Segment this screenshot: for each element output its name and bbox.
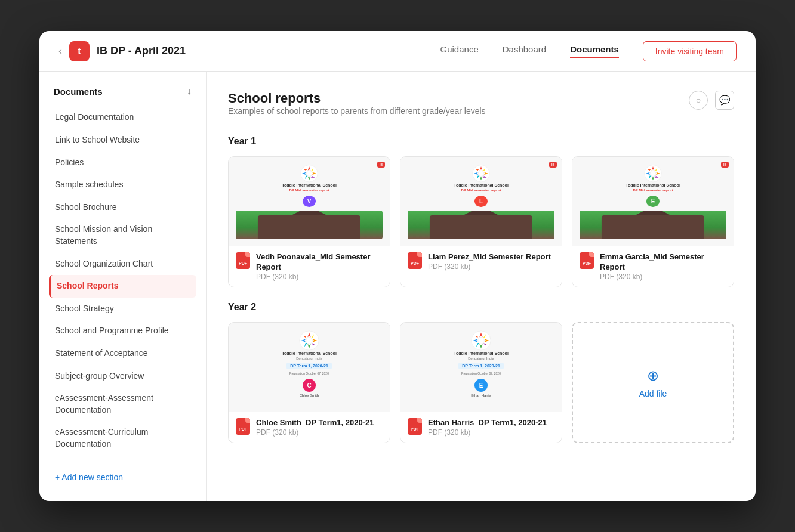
sidebar-item-policies[interactable]: Policies xyxy=(49,151,196,174)
download-icon[interactable]: ↓ xyxy=(187,86,192,97)
toddle-logo xyxy=(298,164,320,183)
location-4: Bengaluru, India xyxy=(296,357,322,360)
report-subtitle-3: DP Mid semester report xyxy=(633,188,673,192)
name-label-5: Ethan Harris xyxy=(471,394,491,397)
page-title: School reports xyxy=(228,91,486,106)
location-5: Bengaluru, India xyxy=(468,357,494,360)
pdf-icon-3: PDF xyxy=(580,252,594,269)
building-image-3 xyxy=(580,211,726,239)
main-content: School reports Examples of school report… xyxy=(207,72,756,500)
circle-icon: ○ xyxy=(696,95,701,105)
file-card-vedh[interactable]: IB xyxy=(228,156,390,287)
file-size-3: PDF (320 kb) xyxy=(600,273,726,281)
select-all-button[interactable]: ○ xyxy=(689,91,708,110)
school-name-3: Toddle International School xyxy=(625,183,680,187)
add-file-plus-icon: ⊕ xyxy=(647,367,659,384)
svg-point-1 xyxy=(306,171,312,176)
file-name-4: Chloe Smith_DP Term1, 2020-21 xyxy=(256,418,374,428)
add-new-section-button[interactable]: + Add new section xyxy=(49,468,196,487)
pdf-icon-1: PDF xyxy=(236,252,250,269)
file-preview-liam: IB xyxy=(400,157,562,246)
file-card-liam[interactable]: IB xyxy=(400,156,562,287)
toddle-logo-2 xyxy=(470,164,492,183)
nav-guidance[interactable]: Guidance xyxy=(440,44,479,58)
sidebar-item-school-reports[interactable]: School Reports xyxy=(49,275,196,298)
file-preview-chloe: Toddle International School Bengaluru, I… xyxy=(229,323,390,412)
sidebar-item-school-brochure[interactable]: School Brochure xyxy=(49,196,196,219)
toddle-logo-3 xyxy=(642,164,664,183)
pdf-icon-2: PDF xyxy=(408,252,422,269)
file-preview-vedh: IB xyxy=(229,157,390,246)
file-preview-ethan: Toddle International School Bengaluru, I… xyxy=(400,323,562,412)
file-name-5: Ethan Harris_DP Term1, 2020-21 xyxy=(428,418,547,428)
header-title: IB DP - April 2021 xyxy=(97,45,186,57)
svg-point-9 xyxy=(478,338,485,344)
sidebar-item-school-org[interactable]: School Organization Chart xyxy=(49,253,196,276)
school-name-4: Toddle International School xyxy=(282,351,337,355)
ib-badge: IB xyxy=(377,162,385,168)
report-subtitle-2: DP Mid semester report xyxy=(461,188,501,192)
toddle-logo-5 xyxy=(470,330,492,351)
body: Documents ↓ Legal Documentation Link to … xyxy=(39,72,756,500)
school-name-1: Toddle International School xyxy=(282,183,337,187)
sidebar-item-eassessment-doc[interactable]: eAssessment-Assessment Documentation xyxy=(49,387,196,421)
app-window: ‹ t IB DP - April 2021 Guidance Dashboar… xyxy=(39,31,756,500)
file-name-2: Liam Perez_Mid Semester Report xyxy=(428,252,551,262)
nav-documents[interactable]: Documents xyxy=(570,44,619,58)
svg-point-3 xyxy=(478,171,483,176)
sidebar-item-link-website[interactable]: Link to School Website xyxy=(49,129,196,151)
comments-button[interactable]: 💬 xyxy=(715,91,734,110)
file-info-ethan: PDF Ethan Harris_DP Term1, 2020-21 PDF (… xyxy=(400,412,562,443)
chat-icon: 💬 xyxy=(719,95,731,106)
sidebar-item-subject-overview[interactable]: Subject-group Overview xyxy=(49,365,196,388)
avatar-4: C xyxy=(303,379,316,392)
add-file-card[interactable]: ⊕ Add file xyxy=(572,322,734,443)
add-file-label: Add file xyxy=(639,389,667,398)
file-meta-3: Emma Garcia_Mid Semester Report PDF (320… xyxy=(600,252,726,281)
file-size-5: PDF (320 kb) xyxy=(428,428,547,437)
name-label-4: Chloe Smith xyxy=(300,394,319,397)
avatar-3: E xyxy=(646,196,660,207)
term-label-2: DP Term 1, 2020-21 xyxy=(458,363,504,369)
building-image-2 xyxy=(408,211,554,239)
year1-files-grid: IB xyxy=(228,156,734,287)
file-card-emma[interactable]: IB xyxy=(572,156,734,287)
invite-visiting-team-button[interactable]: Invite visiting team xyxy=(643,41,737,61)
avatar-1: V xyxy=(303,196,316,207)
file-name-1: Vedh Poonavala_Mid Semester Report xyxy=(256,252,383,273)
file-name-3: Emma Garcia_Mid Semester Report xyxy=(600,252,726,273)
back-button[interactable]: ‹ xyxy=(58,45,62,57)
pdf-icon-5: PDF xyxy=(408,418,422,435)
term-date-2: Preparation October 07, 2020 xyxy=(461,372,501,375)
file-info-vedh: PDF Vedh Poonavala_Mid Semester Report P… xyxy=(229,246,390,287)
pdf-icon-4: PDF xyxy=(236,418,250,435)
nav-dashboard[interactable]: Dashboard xyxy=(503,44,546,58)
sidebar-title: Documents xyxy=(54,86,103,97)
sidebar-item-school-programme[interactable]: School and Programme Profile xyxy=(49,320,196,342)
file-meta-2: Liam Perez_Mid Semester Report PDF (320 … xyxy=(428,252,551,271)
sidebar-item-eassessment-curriculum[interactable]: eAssessment-Curriculum Documentation xyxy=(49,421,196,455)
school-name-5: Toddle International School xyxy=(454,351,509,355)
avatar-5: E xyxy=(474,379,488,392)
report-subtitle-1: DP Mid semester report xyxy=(289,188,329,192)
sidebar-item-school-strategy[interactable]: School Strategy xyxy=(49,298,196,320)
file-meta-4: Chloe Smith_DP Term1, 2020-21 PDF (320 k… xyxy=(256,418,374,437)
sidebar-item-sample-schedules[interactable]: Sample schedules xyxy=(49,174,196,196)
sidebar-item-school-mission[interactable]: School Mission and Vision Statements xyxy=(49,218,196,252)
term-label-1: DP Term 1, 2020-21 xyxy=(286,363,332,369)
file-info-chloe: PDF Chloe Smith_DP Term1, 2020-21 PDF (3… xyxy=(229,412,390,443)
svg-point-5 xyxy=(650,171,655,176)
file-card-ethan[interactable]: Toddle International School Bengaluru, I… xyxy=(400,322,562,443)
page-subtitle: Examples of school reports to parents fr… xyxy=(228,106,486,116)
avatar-2: L xyxy=(474,196,488,207)
file-info-emma: PDF Emma Garcia_Mid Semester Report PDF … xyxy=(572,246,734,287)
file-size-4: PDF (320 kb) xyxy=(256,428,374,437)
file-card-chloe[interactable]: Toddle International School Bengaluru, I… xyxy=(228,322,390,443)
term-date-1: Preparation October 07, 2020 xyxy=(289,372,329,375)
year2-files-grid: Toddle International School Bengaluru, I… xyxy=(228,322,734,443)
sidebar-header: Documents ↓ xyxy=(49,86,196,97)
school-name-2: Toddle International School xyxy=(454,183,509,187)
main-header: School reports Examples of school report… xyxy=(228,91,734,132)
sidebar-item-legal[interactable]: Legal Documentation xyxy=(49,106,196,129)
sidebar-item-statement-acceptance[interactable]: Statement of Acceptance xyxy=(49,342,196,365)
